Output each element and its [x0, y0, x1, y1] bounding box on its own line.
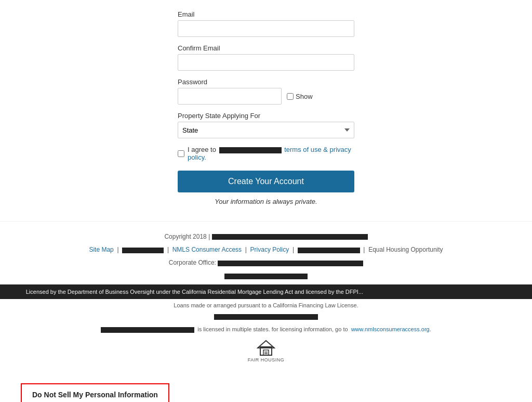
footer-nmls-access-link[interactable]: www.nmlsconsumeraccess.org — [351, 326, 430, 332]
state-select[interactable]: State Alabama Alaska Arizona Arkansas Ca… — [178, 122, 354, 138]
fair-housing-label: FAIR HOUSING — [248, 357, 285, 362]
do-not-sell-section: Do Not Sell My Personal Information Clic… — [0, 373, 532, 402]
terms-redacted — [219, 147, 282, 153]
password-field-group: Password Show — [178, 78, 354, 105]
show-label-text: Show — [296, 93, 313, 100]
footer-redacted-5 — [224, 274, 308, 279]
footer-corporate-line: Corporate Office: — [0, 258, 532, 268]
do-not-sell-title: Do Not Sell My Personal Information — [32, 391, 158, 399]
private-text: Your information is always private. — [178, 198, 354, 205]
footer-redacted-2 — [122, 248, 164, 253]
email-label: Email — [178, 10, 354, 18]
footer-nmls-link[interactable]: NMLS Consumer Access — [172, 246, 242, 253]
password-input[interactable] — [178, 88, 282, 105]
footer-redacted-3 — [298, 248, 360, 253]
form-inner: Email Confirm Email Password Show — [178, 10, 354, 205]
equal-housing-icon — [257, 339, 275, 357]
footer-nmls-line: is licensed in multiple states. for lice… — [10, 325, 522, 334]
footer-equal-housing: Equal Housing Opportunity — [368, 246, 443, 253]
svg-rect-2 — [263, 350, 269, 355]
password-row: Show — [178, 88, 354, 105]
footer-sitemap-link[interactable]: Site Map — [89, 246, 113, 253]
confirm-email-field-group: Confirm Email — [178, 44, 354, 71]
footer-redacted-line — [0, 271, 532, 281]
do-not-sell-box: Do Not Sell My Personal Information Clic… — [21, 383, 169, 402]
footer-corporate-label: Corporate Office: — [169, 259, 216, 266]
terms-row: I agree to terms of use & privacy policy… — [178, 146, 354, 161]
form-section: Email Confirm Email Password Show — [0, 0, 532, 221]
terms-checkbox[interactable] — [178, 150, 184, 157]
confirm-email-input[interactable] — [178, 54, 354, 71]
terms-text: I agree to terms of use & privacy policy… — [188, 146, 354, 161]
footer-legal-bar: Licensed by the Department of Business O… — [0, 284, 532, 300]
footer-ca-text: Loans made or arranged pursuant to a Cal… — [174, 302, 358, 308]
footer-redacted-7 — [101, 327, 194, 333]
footer-privacy-link[interactable]: Privacy Policy — [250, 246, 289, 253]
footer-redacted-6 — [214, 314, 318, 320]
password-label: Password — [178, 78, 354, 86]
footer-links-line: Site Map | | NMLS Consumer Access | Priv… — [0, 245, 532, 255]
terms-prefix: I agree to — [188, 146, 216, 153]
footer-copyright: Copyright 2018 | — [164, 233, 210, 240]
footer: Copyright 2018 | Site Map | | NMLS Consu… — [0, 221, 532, 373]
show-password-label[interactable]: Show — [287, 93, 313, 100]
footer-legal-text: Licensed by the Department of Business O… — [5, 289, 363, 295]
page-wrapper: Email Confirm Email Password Show — [0, 0, 532, 402]
create-account-button[interactable]: Create Your Account — [178, 171, 354, 192]
show-password-checkbox[interactable] — [287, 93, 294, 100]
email-input[interactable] — [178, 20, 354, 37]
footer-redacted-4 — [218, 261, 363, 266]
footer-redacted-1 — [212, 234, 368, 240]
state-field-group: Property State Applying For State Alabam… — [178, 112, 354, 138]
equal-housing-icon-wrapper: FAIR HOUSING — [0, 339, 532, 362]
email-field-group: Email — [178, 10, 354, 37]
state-label: Property State Applying For — [178, 112, 354, 120]
footer-ca-financing: Loans made or arranged pursuant to a Cal… — [10, 301, 522, 310]
footer-copyright-line: Copyright 2018 | — [0, 232, 532, 242]
footer-redacted-block-line — [0, 312, 532, 322]
confirm-email-label: Confirm Email — [178, 44, 354, 52]
